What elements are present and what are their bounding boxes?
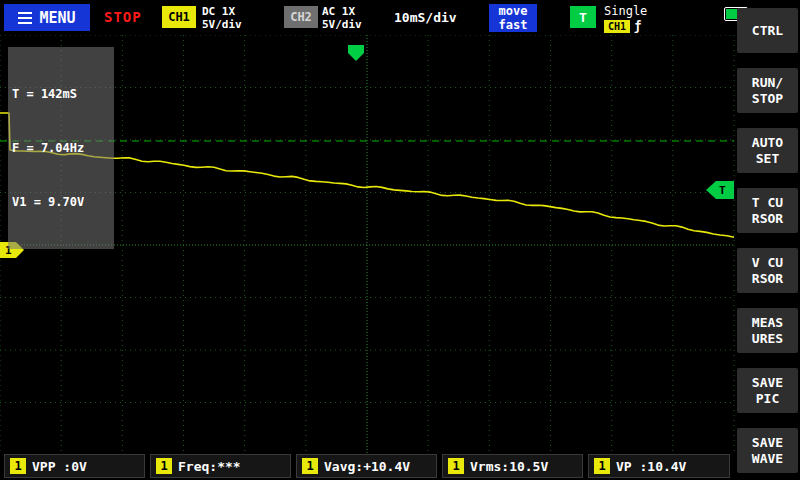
measurement-vrms[interactable]: 1 Vrms:10.5V: [442, 454, 583, 478]
auto-set-label-2: SET: [756, 151, 779, 167]
ch1-badge[interactable]: CH1: [162, 6, 196, 28]
freq-value: Freq:***: [178, 459, 241, 474]
menu-label: MENU: [39, 9, 75, 27]
move-fast-button[interactable]: move fast: [489, 4, 537, 32]
readout-voltage: V1 = 9.70V: [12, 193, 110, 211]
auto-set-label-1: AUTO: [752, 135, 783, 151]
menu-button[interactable]: MENU: [4, 4, 90, 31]
svg-text:T: T: [719, 184, 726, 197]
vrms-value: Vrms:10.5V: [470, 459, 548, 474]
ch1-indicator: 1: [594, 458, 610, 474]
auto-set-button[interactable]: AUTO SET: [737, 128, 798, 173]
save-pic-button[interactable]: SAVE PIC: [737, 368, 798, 413]
trigger-status-indicator: STOP: [104, 9, 142, 25]
t-cursor-label-2: RSOR: [752, 211, 783, 227]
readout-frequency: F = 7.04Hz: [12, 139, 110, 157]
t-cursor-label-1: T CU: [752, 195, 783, 211]
ch1-indicator: 1: [156, 458, 172, 474]
save-wave-label-2: WAVE: [752, 451, 783, 467]
run-stop-label-1: RUN/: [752, 75, 783, 91]
scope-display: T1 T = 142mS F = 7.04Hz V1 = 9.70V: [0, 35, 735, 455]
trigger-mode: Single: [604, 4, 647, 19]
measures-label-1: MEAS: [752, 315, 783, 331]
measurement-vp[interactable]: 1 VP :10.4V: [588, 454, 730, 478]
ch2-settings: AC 1X 5V/div: [322, 5, 362, 31]
trigger-badge[interactable]: T: [570, 6, 596, 28]
ch1-indicator: 1: [302, 458, 318, 474]
measurement-vavg[interactable]: 1 Vavg:+10.4V: [296, 454, 437, 478]
run-stop-label-2: STOP: [752, 91, 783, 107]
t-cursor-button[interactable]: T CU RSOR: [737, 188, 798, 233]
v-cursor-label-1: V CU: [752, 255, 783, 271]
vpp-value: VPP :0V: [32, 459, 87, 474]
vavg-value: Vavg:+10.4V: [324, 459, 410, 474]
measurement-bar: 1 VPP :0V 1 Freq:*** 1 Vavg:+10.4V 1 Vrm…: [0, 453, 735, 480]
save-pic-label-1: SAVE: [752, 375, 783, 391]
v-cursor-label-2: RSOR: [752, 271, 783, 287]
ch2-coupling: AC 1X: [322, 5, 362, 18]
ch1-settings: DC 1X 5V/div: [202, 5, 242, 31]
save-pic-label-2: PIC: [756, 391, 779, 407]
measurement-vpp[interactable]: 1 VPP :0V: [4, 454, 145, 478]
measures-button[interactable]: MEAS URES: [737, 308, 798, 353]
ctrl-label: CTRL: [752, 23, 783, 39]
readout-time: T = 142mS: [12, 85, 110, 103]
v-cursor-button[interactable]: V CU RSOR: [737, 248, 798, 293]
ch1-coupling: DC 1X: [202, 5, 242, 18]
hamburger-icon: [18, 17, 32, 19]
cursor-readout-overlay: T = 142mS F = 7.04Hz V1 = 9.70V: [8, 47, 114, 249]
measures-label-2: URES: [752, 331, 783, 347]
top-toolbar: MENU STOP CH1 DC 1X 5V/div CH2 AC 1X 5V/…: [0, 0, 800, 35]
ch1-indicator: 1: [10, 458, 26, 474]
ctrl-button[interactable]: CTRL: [737, 8, 798, 53]
run-stop-button[interactable]: RUN/ STOP: [737, 68, 798, 113]
ch2-scale: 5V/div: [322, 18, 362, 31]
move-fast-line2: fast: [489, 18, 537, 32]
save-wave-label-1: SAVE: [752, 435, 783, 451]
oscilloscope-screen: { "topbar": { "menu": "MENU", "stop": "S…: [0, 0, 800, 480]
vp-value: VP :10.4V: [616, 459, 686, 474]
move-fast-line1: move: [489, 4, 537, 18]
save-wave-button[interactable]: SAVE WAVE: [737, 428, 798, 473]
trigger-edge-icon: ƒ: [634, 19, 641, 34]
ch2-badge[interactable]: CH2: [284, 6, 318, 28]
measurement-freq[interactable]: 1 Freq:***: [150, 454, 291, 478]
trigger-source-badge: CH1: [604, 20, 630, 33]
ch1-indicator: 1: [448, 458, 464, 474]
timebase-display[interactable]: 10mS/div: [394, 10, 457, 25]
ch1-scale: 5V/div: [202, 18, 242, 31]
trigger-info[interactable]: Single CH1 ƒ: [604, 4, 647, 34]
